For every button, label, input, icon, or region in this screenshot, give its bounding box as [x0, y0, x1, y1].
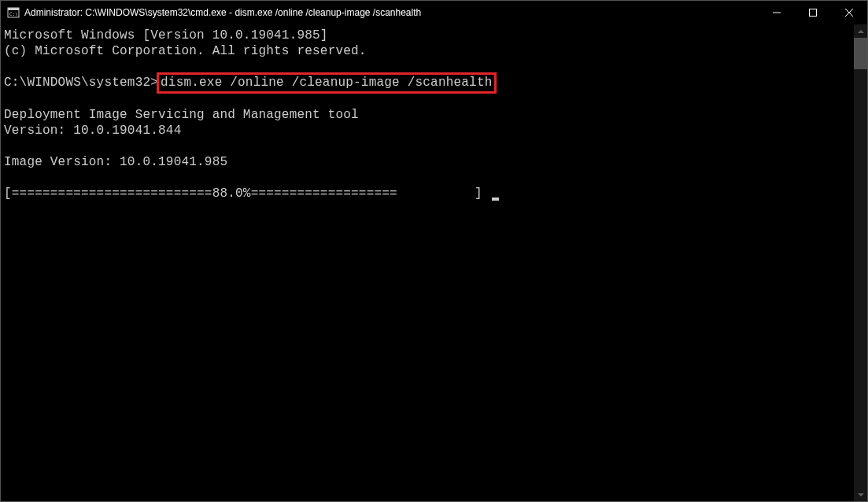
- output-line: Image Version: 10.0.19041.985: [4, 155, 227, 169]
- command-text: dism.exe /online /cleanup-image /scanhea…: [161, 76, 492, 90]
- close-button[interactable]: [831, 1, 867, 24]
- output-line: Microsoft Windows [Version 10.0.19041.98…: [4, 28, 328, 42]
- prompt: C:\WINDOWS\system32>: [4, 76, 158, 90]
- svg-rect-1: [8, 8, 19, 10]
- svg-rect-4: [810, 9, 817, 17]
- svg-marker-7: [858, 30, 864, 33]
- cursor: [492, 197, 499, 201]
- window-controls: [759, 1, 867, 24]
- output-line: Version: 10.0.19041.844: [4, 124, 181, 138]
- output-line: Deployment Image Servicing and Managemen…: [4, 108, 359, 122]
- vertical-scrollbar[interactable]: [854, 24, 867, 501]
- window-title: Administrator: C:\WINDOWS\system32\cmd.e…: [24, 7, 759, 18]
- minimize-button[interactable]: [759, 1, 795, 24]
- output-line: (c) Microsoft Corporation. All rights re…: [4, 44, 367, 58]
- svg-marker-8: [858, 493, 864, 496]
- cmd-icon: C:\: [7, 6, 20, 19]
- command-highlight: dism.exe /online /cleanup-image /scanhea…: [157, 72, 496, 94]
- svg-text:C:\: C:\: [9, 11, 18, 17]
- cmd-window: C:\ Administrator: C:\WINDOWS\system32\c…: [0, 0, 868, 502]
- scroll-up-icon[interactable]: [854, 24, 867, 38]
- scroll-thumb[interactable]: [854, 38, 867, 69]
- terminal-body: Microsoft Windows [Version 10.0.19041.98…: [1, 24, 867, 501]
- progress-bar: [==========================88.0%========…: [4, 186, 490, 201]
- scroll-down-icon[interactable]: [854, 488, 867, 501]
- titlebar[interactable]: C:\ Administrator: C:\WINDOWS\system32\c…: [1, 1, 867, 24]
- maximize-button[interactable]: [795, 1, 831, 24]
- terminal-output[interactable]: Microsoft Windows [Version 10.0.19041.98…: [1, 24, 854, 501]
